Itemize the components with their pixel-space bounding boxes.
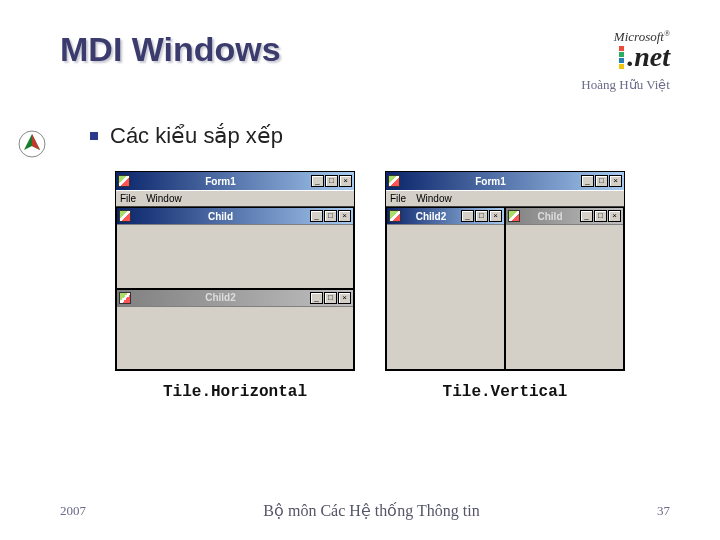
menubar[interactable]: File Window [116,190,354,206]
window-title: Form1 [133,176,308,187]
minimize-button[interactable]: _ [581,175,594,187]
mdi-window-horizontal: Form1 _ □ × File Window Child [115,171,355,371]
maximize-button[interactable]: □ [594,210,607,222]
maximize-button[interactable]: □ [325,175,338,187]
parent-titlebar[interactable]: Form1 _ □ × [116,172,354,190]
form-icon [119,210,131,222]
child-body [387,224,504,369]
figure-caption: Tile.Vertical [385,383,625,401]
close-button[interactable]: × [339,175,352,187]
author-name: Hoàng Hữu Việt [60,77,670,93]
footer-page: 37 [657,503,670,519]
square-bullet-icon [90,132,98,140]
child-window[interactable]: Child2 _ □ × [386,207,505,370]
minimize-button[interactable]: _ [311,175,324,187]
child-title: Child [523,211,577,222]
menu-window[interactable]: Window [146,193,182,204]
maximize-button[interactable]: □ [595,175,608,187]
close-button[interactable]: × [608,210,621,222]
child-window[interactable]: Child _ □ × [505,207,624,370]
child-titlebar[interactable]: Child2 _ □ × [117,290,353,306]
child-title: Child2 [134,292,307,303]
menu-file[interactable]: File [390,193,406,204]
child-titlebar[interactable]: Child2 _ □ × [387,208,504,224]
child-body [117,224,353,288]
minimize-button[interactable]: _ [580,210,593,222]
window-title: Form1 [403,176,578,187]
brand-logo: Microsoft® .net [614,30,670,71]
minimize-button[interactable]: _ [310,292,323,304]
bullet-text: Các kiểu sắp xếp [110,123,283,149]
close-button[interactable]: × [609,175,622,187]
minimize-button[interactable]: _ [310,210,323,222]
child-title: Child [134,211,307,222]
menubar[interactable]: File Window [386,190,624,206]
parent-titlebar[interactable]: Form1 _ □ × [386,172,624,190]
mdi-client-area: Child _ □ × Child2 [116,206,354,370]
child-titlebar[interactable]: Child _ □ × [506,208,623,224]
child-body [506,224,623,369]
footer-dept: Bộ môn Các Hệ thống Thông tin [86,501,657,520]
menu-file[interactable]: File [120,193,136,204]
form-icon [118,175,130,187]
mdi-client-area: Child2 _ □ × Child [386,206,624,370]
form-icon [508,210,520,222]
page-title: MDI Windows [60,30,281,69]
minimize-button[interactable]: _ [461,210,474,222]
footer-year: 2007 [60,503,86,519]
close-button[interactable]: × [338,292,351,304]
close-button[interactable]: × [489,210,502,222]
form-icon [389,210,401,222]
figure-caption: Tile.Horizontal [115,383,355,401]
child-body [117,306,353,370]
menu-window[interactable]: Window [416,193,452,204]
form-icon [119,292,131,304]
slide-bullet-icon [18,130,46,158]
child-titlebar[interactable]: Child _ □ × [117,208,353,224]
child-window[interactable]: Child _ □ × [116,207,354,289]
mdi-window-vertical: Form1 _ □ × File Window Child2 [385,171,625,371]
maximize-button[interactable]: □ [324,292,337,304]
maximize-button[interactable]: □ [475,210,488,222]
form-icon [388,175,400,187]
maximize-button[interactable]: □ [324,210,337,222]
child-window[interactable]: Child2 _ □ × [116,289,354,371]
close-button[interactable]: × [338,210,351,222]
child-title: Child2 [404,211,458,222]
